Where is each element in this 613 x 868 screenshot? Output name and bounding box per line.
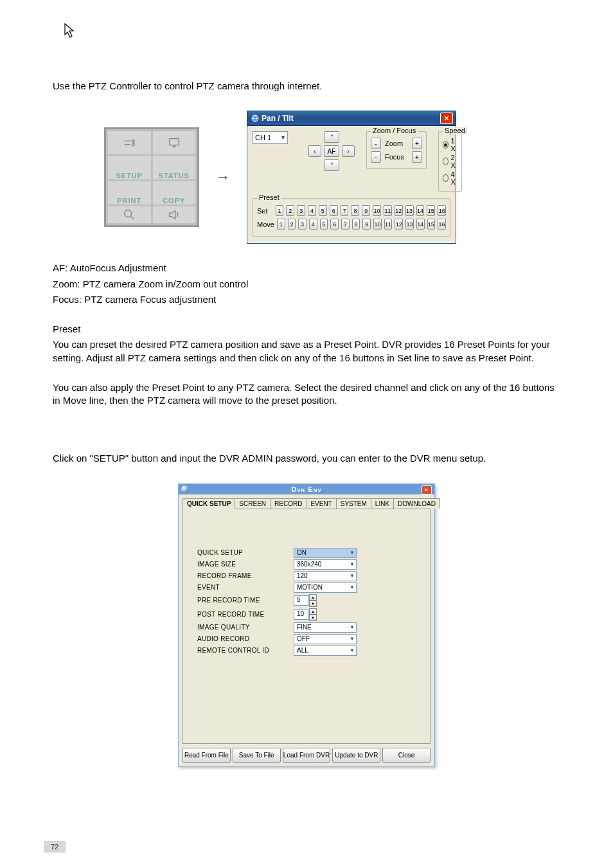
remote-id-select[interactable]: ALL▼	[294, 646, 357, 656]
preset-set-9[interactable]: 9	[362, 205, 370, 216]
spin-down-icon[interactable]: ▼	[309, 601, 317, 607]
speaker-icon	[167, 208, 181, 222]
quick-setup-label: QUICK SETUP	[197, 549, 294, 556]
pre-record-spinner[interactable]: 5 ▲▼	[294, 594, 317, 607]
preset-move-9[interactable]: 9	[362, 219, 371, 230]
spin-up-icon[interactable]: ▲	[309, 608, 317, 615]
preset-set-12[interactable]: 12	[395, 205, 403, 216]
preset-set-2[interactable]: 2	[286, 205, 294, 216]
dvr-env-button-row: Read From File Save To File Load From DV…	[182, 748, 431, 763]
preset-move-3[interactable]: 3	[298, 219, 306, 230]
preset-set-7[interactable]: 7	[341, 205, 349, 216]
quick-setup-select[interactable]: ON▼	[294, 548, 357, 558]
preset-move-11[interactable]: 11	[384, 219, 393, 230]
preset-move-1[interactable]: 1	[277, 219, 285, 230]
focus-minus-button[interactable]: -	[371, 151, 381, 163]
preset-set-6[interactable]: 6	[330, 205, 338, 216]
read-from-file-button[interactable]: Read From File	[182, 748, 231, 763]
tab-system[interactable]: SYSTEM	[336, 498, 371, 509]
preset-move-15[interactable]: 15	[427, 219, 436, 230]
zoom-plus-button[interactable]: +	[412, 138, 422, 149]
tab-quick-setup[interactable]: QUICK SETUP	[182, 498, 235, 509]
preset-move-14[interactable]: 14	[416, 219, 425, 230]
update-to-dvr-button[interactable]: Update to DVR	[332, 748, 380, 763]
speed-2x-option[interactable]: 2 X	[443, 154, 458, 169]
spin-down-icon[interactable]: ▼	[309, 615, 317, 621]
zoom-label: Zoom	[385, 140, 408, 147]
settings-icon	[122, 136, 136, 150]
preset-set-10[interactable]: 10	[373, 205, 381, 216]
tab-event[interactable]: EVENT	[306, 498, 336, 509]
preset-legend: Preset	[257, 194, 281, 201]
pan-left-button[interactable]: ‹	[308, 145, 321, 157]
preset-move-6[interactable]: 6	[330, 219, 339, 230]
monitor-icon	[167, 136, 181, 150]
preset-set-16[interactable]: 16	[438, 205, 446, 216]
tab-download[interactable]: DOWNLOAD	[393, 498, 440, 509]
post-record-spinner[interactable]: 10 ▲▼	[294, 608, 317, 621]
speed-group: Speed 1 X 2 X 4 X	[438, 131, 462, 192]
image-size-label: IMAGE SIZE	[197, 561, 294, 568]
preset-move-16[interactable]: 16	[438, 219, 446, 230]
preset-set-11[interactable]: 11	[384, 205, 392, 216]
zoom-focus-group: Zoom / Focus - Zoom + - Focus +	[366, 131, 427, 169]
preset-move-8[interactable]: 8	[352, 219, 360, 230]
speed-4x-label: 4 X	[451, 170, 458, 186]
image-size-select[interactable]: 360x240▼	[294, 559, 357, 570]
spin-up-icon[interactable]: ▲	[309, 594, 317, 601]
preset-set-3[interactable]: 3	[297, 205, 305, 216]
speed-4x-option[interactable]: 4 X	[443, 170, 458, 186]
preset-move-10[interactable]: 10	[373, 219, 382, 230]
post-record-label: POST RECORD TIME	[197, 611, 294, 618]
close-button[interactable]: ×	[440, 113, 453, 124]
tab-record[interactable]: RECORD	[270, 498, 306, 509]
preset-move-13[interactable]: 13	[405, 219, 414, 230]
preset-set-13[interactable]: 13	[405, 205, 414, 216]
preset-set-14[interactable]: 14	[416, 205, 425, 216]
chevron-down-icon: ▼	[350, 624, 356, 630]
preset-set-8[interactable]: 8	[351, 205, 359, 216]
dvr-env-dialog: Dvr Env × QUICK SETUP SCREEN RECORD EVEN…	[178, 484, 435, 767]
dvr-env-title: Dvr Env	[291, 485, 322, 493]
copy-label-cell: COPY	[153, 181, 196, 204]
quick-setup-value: ON	[297, 549, 306, 556]
speed-1x-option[interactable]: 1 X	[443, 137, 458, 152]
event-label: EVENT	[197, 584, 294, 591]
preset-move-7[interactable]: 7	[341, 219, 350, 230]
preset-set-4[interactable]: 4	[308, 205, 316, 216]
tab-screen[interactable]: SCREEN	[235, 498, 271, 509]
image-quality-select[interactable]: FINE▼	[294, 622, 357, 633]
preset-move-row: Move 1 2 3 4 5 6 7 8 9 10 11 12 13	[257, 219, 446, 230]
preset-move-4[interactable]: 4	[309, 219, 317, 230]
audio-record-select[interactable]: OFF▼	[294, 634, 357, 644]
load-from-dvr-button[interactable]: Load From DVR	[283, 748, 331, 763]
preset-set-5[interactable]: 5	[319, 205, 327, 216]
af-button[interactable]: AF	[324, 145, 339, 157]
chevron-down-icon: ▼	[350, 647, 356, 653]
post-record-value: 10	[294, 610, 309, 620]
channel-select[interactable]: CH 1 ▼	[253, 131, 288, 144]
preset-set-1[interactable]: 1	[276, 205, 284, 216]
status-label-cell: STATUS	[153, 156, 196, 179]
preset-move-5[interactable]: 5	[320, 219, 328, 230]
globe-icon	[251, 114, 259, 122]
record-frame-select[interactable]: 120▼	[294, 571, 357, 581]
chevron-down-icon: ▼	[350, 584, 356, 590]
setup-icon-cell	[108, 131, 151, 154]
focus-plus-button[interactable]: +	[412, 151, 422, 163]
save-to-file-button[interactable]: Save To File	[233, 748, 281, 763]
pan-down-button[interactable]: ˅	[324, 159, 339, 171]
tab-link[interactable]: LINK	[371, 498, 394, 509]
preset-move-12[interactable]: 12	[395, 219, 403, 230]
pan-right-button[interactable]: ›	[342, 145, 355, 157]
close-button[interactable]: Close	[382, 748, 431, 763]
pan-up-button[interactable]: ˄	[324, 131, 339, 143]
zoom-minus-button[interactable]: -	[371, 138, 381, 149]
event-select[interactable]: MOTION▼	[294, 583, 357, 593]
preset-set-15[interactable]: 15	[427, 205, 435, 216]
zoom-icon-cell	[108, 206, 151, 223]
close-button[interactable]: ×	[422, 485, 432, 494]
direction-pad: ˄ ‹ AF › ˅	[308, 131, 355, 171]
event-value: MOTION	[297, 584, 323, 591]
preset-move-2[interactable]: 2	[288, 219, 296, 230]
